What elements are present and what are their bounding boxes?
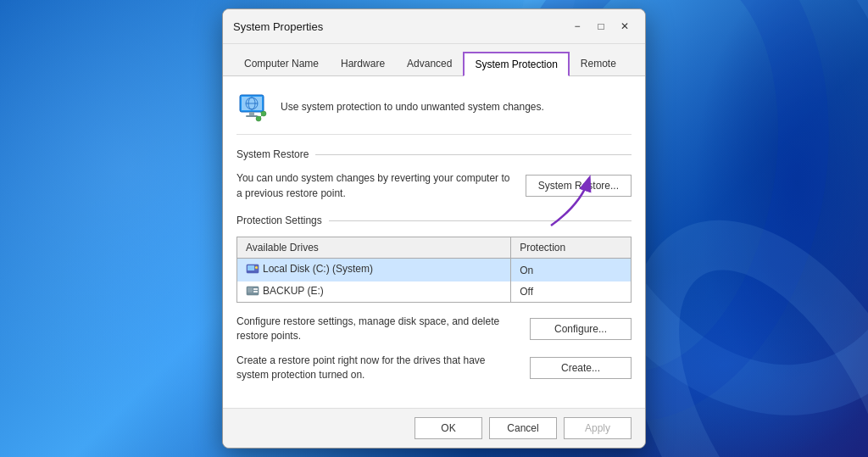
drive-name-e: BACKUP (E:)	[237, 281, 511, 303]
tab-remote[interactable]: Remote	[570, 52, 627, 76]
configure-button[interactable]: Configure...	[530, 318, 632, 340]
cancel-button[interactable]: Cancel	[489, 417, 557, 439]
table-row[interactable]: BACKUP (E:) Off	[237, 281, 632, 303]
maximize-button[interactable]: □	[591, 16, 611, 36]
system-restore-button[interactable]: System Restore...	[526, 175, 632, 197]
svg-rect-6	[246, 115, 258, 117]
col-available-drives: Available Drives	[237, 237, 511, 259]
col-protection: Protection	[511, 237, 632, 259]
svg-rect-13	[248, 265, 254, 270]
ok-button[interactable]: OK	[415, 417, 482, 439]
restore-content-wrapper: You can undo system changes by reverting…	[236, 170, 632, 201]
drive-c-label: Local Disk (C:) (System)	[263, 263, 373, 275]
minimize-button[interactable]: −	[567, 16, 587, 36]
dialog-footer: OK Cancel Apply	[223, 408, 645, 448]
backup-drive-icon	[246, 286, 259, 296]
configure-text: Configure restore settings, manage disk …	[236, 315, 530, 343]
table-row[interactable]: Local Disk (C:) (System) On	[237, 259, 632, 282]
header-text: Use system protection to undo unwanted s…	[281, 100, 544, 114]
system-protection-icon	[236, 90, 270, 124]
create-button[interactable]: Create...	[530, 357, 632, 379]
system-properties-dialog: System Properties − □ ✕ Computer Name Ha…	[222, 8, 646, 448]
tab-advanced[interactable]: Advanced	[396, 52, 463, 76]
restore-content: You can undo system changes by reverting…	[236, 170, 632, 201]
svg-rect-15	[248, 271, 258, 272]
svg-rect-18	[248, 287, 253, 293]
svg-rect-5	[249, 112, 254, 115]
drive-icon-e: BACKUP (E:)	[246, 285, 324, 297]
system-restore-section: System Restore You can undo system chang…	[236, 148, 632, 201]
dialog-content: Use system protection to undo unwanted s…	[223, 76, 645, 407]
protection-settings-header: Protection Settings	[236, 215, 632, 226]
protection-settings-label: Protection Settings	[236, 215, 322, 226]
drive-c-protection: On	[511, 259, 632, 282]
svg-rect-20	[253, 291, 258, 293]
create-row: Create a restore point right now for the…	[236, 354, 632, 382]
tab-system-protection[interactable]: System Protection	[463, 52, 569, 76]
restore-description: You can undo system changes by reverting…	[236, 170, 512, 201]
system-restore-label: System Restore	[236, 148, 309, 160]
tab-bar: Computer Name Hardware Advanced System P…	[223, 44, 645, 76]
system-restore-header: System Restore	[236, 148, 632, 160]
configure-row: Configure restore settings, manage disk …	[236, 315, 632, 343]
svg-rect-19	[253, 288, 258, 290]
header-section: Use system protection to undo unwanted s…	[236, 90, 632, 135]
drives-table: Available Drives Protection	[236, 237, 632, 303]
create-text: Create a restore point right now for the…	[236, 354, 530, 382]
local-disk-icon	[246, 262, 259, 276]
dialog-titlebar: System Properties − □ ✕	[223, 9, 645, 44]
tab-hardware[interactable]: Hardware	[330, 52, 396, 76]
drive-icon-c: Local Disk (C:) (System)	[246, 262, 373, 276]
title-controls: − □ ✕	[567, 16, 635, 36]
dialog-overlay: System Properties − □ ✕ Computer Name Ha…	[0, 0, 868, 457]
drive-e-protection: Off	[511, 281, 632, 303]
close-button[interactable]: ✕	[615, 16, 635, 36]
svg-point-16	[255, 267, 257, 269]
drive-name-c: Local Disk (C:) (System)	[237, 259, 511, 282]
dialog-title: System Properties	[233, 20, 323, 33]
drive-e-label: BACKUP (E:)	[263, 285, 324, 297]
protection-settings-section: Protection Settings Available Drives Pro…	[236, 215, 632, 382]
tab-computer-name[interactable]: Computer Name	[233, 52, 330, 76]
apply-button[interactable]: Apply	[564, 417, 632, 439]
